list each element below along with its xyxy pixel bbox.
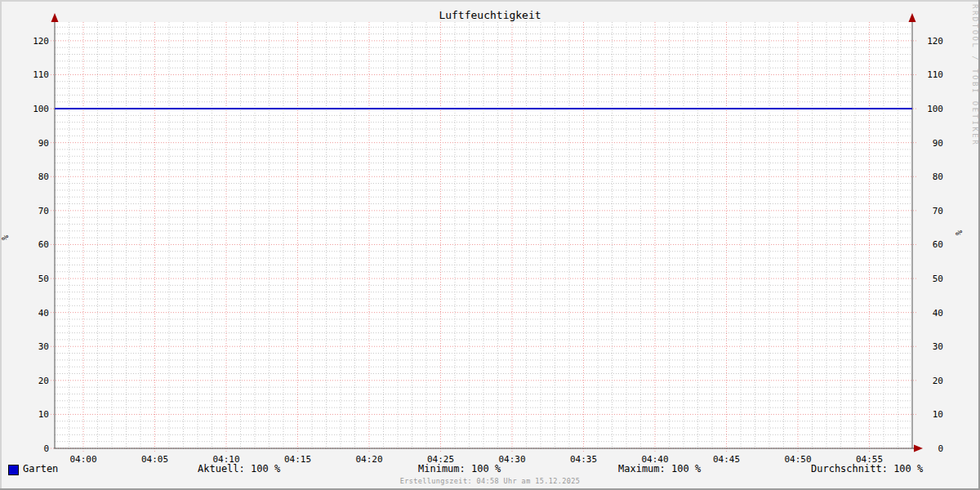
series-swatch-garten [8, 465, 19, 475]
x-tick-label: 04:45 [713, 454, 740, 465]
y-tick-label-right: 20 [933, 376, 943, 386]
x-tick-label: 04:05 [141, 454, 168, 465]
y-tick-label-right: 90 [933, 138, 943, 149]
creation-time: Erstellungszeit: 04:58 Uhr am 15.12.2025 [0, 477, 980, 485]
y-axis-arrow-right [909, 13, 916, 22]
y-tick-label-left: 100 [33, 104, 49, 114]
x-tick-label: 04:50 [784, 454, 811, 465]
y-tick-label-right: 50 [933, 274, 943, 284]
watermark: RRDTOOL / TOBI OETIKER [970, 4, 979, 146]
y-tick-label-right: 70 [933, 206, 943, 216]
rrdtool-graph: Luftfeuchtigkeit 00101020203030404050506… [0, 0, 980, 490]
y-tick-label-right: 40 [933, 308, 943, 318]
y-tick-label-left: 90 [38, 138, 49, 149]
y-tick-label-right: 30 [933, 341, 943, 352]
y-tick-label-left: 20 [38, 376, 49, 386]
x-tick-label: 04:30 [498, 454, 525, 465]
y-tick-label-right: 80 [933, 172, 943, 182]
y-tick-label-left: 10 [38, 409, 49, 420]
y-tick-label-right: 100 [927, 104, 943, 114]
y-tick-label-left: 120 [33, 36, 49, 47]
y-tick-label-right: 120 [927, 36, 943, 47]
stat-aktuell: Aktuell: 100 % [198, 463, 280, 475]
y-tick-label-left: 50 [38, 274, 49, 284]
x-axis-arrow [914, 445, 923, 452]
y-tick-label-left: 110 [33, 69, 49, 80]
y-tick-label-left: 80 [38, 172, 49, 182]
y-tick-label-left: 30 [38, 341, 49, 352]
x-tick-label: 04:35 [570, 454, 597, 465]
stat-minimum: Minimum: 100 % [418, 463, 501, 475]
y-tick-label-right: 0 [938, 443, 943, 454]
y-tick-label-right: 60 [933, 239, 943, 250]
x-tick-label: 04:00 [69, 454, 96, 465]
y-tick-label-left: 40 [38, 308, 49, 318]
x-tick-label: 04:20 [355, 454, 382, 465]
y-axis-unit-right: % [956, 230, 964, 235]
stat-maximum: Maximum: 100 % [618, 463, 701, 475]
y-axis-arrow-left [51, 13, 59, 22]
y-axis-unit-left: % [2, 235, 10, 240]
series-label: Garten [23, 463, 58, 475]
y-tick-label-right: 110 [927, 69, 943, 80]
y-tick-label-right: 10 [933, 409, 943, 420]
y-tick-label-left: 70 [38, 206, 49, 216]
chart-svg: 0010102020303040405050606070708080909010… [0, 0, 980, 490]
stat-durchschnitt: Durchschnitt: 100 % [811, 463, 923, 475]
y-tick-label-left: 60 [38, 239, 49, 250]
x-tick-label: 04:15 [284, 454, 311, 465]
y-tick-label-left: 0 [43, 443, 49, 454]
